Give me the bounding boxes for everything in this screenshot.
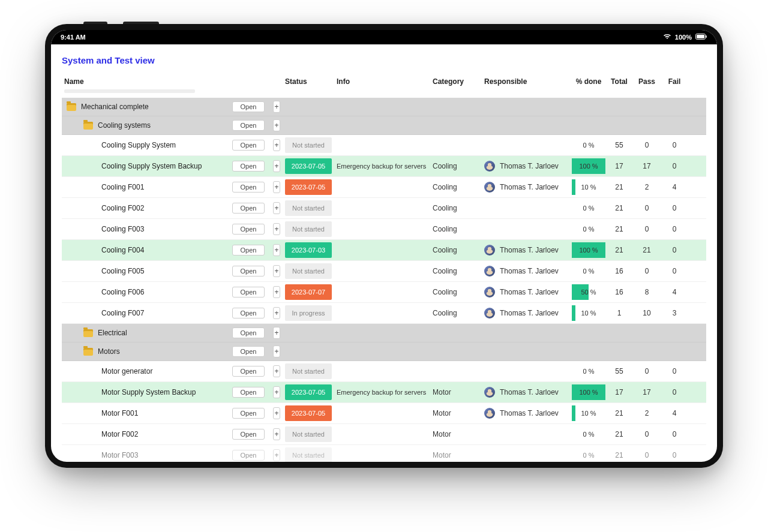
total-value: 17 bbox=[605, 386, 633, 399]
open-button[interactable]: Open bbox=[232, 408, 265, 419]
responsible: Thomas T. Jarloev bbox=[484, 387, 559, 398]
open-button[interactable]: Open bbox=[232, 182, 265, 193]
status-badge: Not started bbox=[285, 200, 332, 216]
item-name: Cooling F002 bbox=[101, 204, 144, 212]
pass-value: 17 bbox=[633, 386, 661, 399]
table-row: Motor Supply System BackupOpen+2023-07-0… bbox=[62, 382, 706, 403]
category-text: Motor bbox=[433, 388, 451, 396]
open-button[interactable]: Open bbox=[232, 308, 265, 318]
add-button[interactable]: + bbox=[273, 449, 280, 461]
done-text: 50 % bbox=[574, 288, 603, 296]
open-button[interactable]: Open bbox=[232, 366, 265, 377]
open-button[interactable]: Open bbox=[232, 245, 265, 256]
table-row: Motor F003Open+Not startedMotor0 %2100 bbox=[62, 445, 706, 462]
table-body: Mechanical completeOpen+Cooling systemsO… bbox=[62, 98, 706, 462]
status-badge: Not started bbox=[285, 363, 332, 379]
add-button[interactable]: + bbox=[273, 244, 280, 256]
add-button[interactable]: + bbox=[273, 202, 280, 214]
status-bar: 9:41 AM 100% bbox=[51, 30, 717, 44]
add-button[interactable]: + bbox=[273, 223, 280, 235]
pass-value: 0 bbox=[633, 202, 661, 215]
header-placeholder bbox=[64, 89, 195, 93]
folder-icon bbox=[67, 103, 76, 111]
responsible: Thomas T. Jarloev bbox=[484, 245, 559, 256]
item-name: Cooling F005 bbox=[101, 267, 144, 275]
add-button[interactable]: + bbox=[273, 139, 280, 151]
fail-value: 0 bbox=[661, 202, 688, 215]
open-button[interactable]: Open bbox=[232, 429, 265, 440]
open-button[interactable]: Open bbox=[232, 203, 265, 214]
add-button[interactable]: + bbox=[273, 386, 280, 398]
status-badge: Not started bbox=[285, 447, 332, 462]
done-cell: 0 % bbox=[572, 363, 605, 379]
avatar bbox=[484, 287, 495, 297]
status-time: 9:41 AM bbox=[61, 34, 86, 41]
item-name: Cooling F007 bbox=[101, 309, 144, 317]
add-button[interactable]: + bbox=[273, 265, 280, 277]
add-button[interactable]: + bbox=[273, 119, 280, 131]
open-button[interactable]: Open bbox=[232, 266, 265, 276]
item-name: Cooling F006 bbox=[101, 288, 144, 296]
battery-icon bbox=[695, 34, 707, 41]
open-button[interactable]: Open bbox=[232, 120, 265, 131]
status-badge: 2023-07-03 bbox=[285, 242, 332, 258]
open-button[interactable]: Open bbox=[232, 224, 265, 235]
done-text: 10 % bbox=[574, 309, 603, 317]
status-battery-text: 100% bbox=[675, 34, 692, 41]
responsible-name: Thomas T. Jarloev bbox=[500, 246, 559, 254]
col-pass: Pass bbox=[633, 76, 661, 87]
add-button[interactable]: + bbox=[273, 101, 280, 113]
done-text: 0 % bbox=[574, 431, 603, 438]
responsible: Thomas T. Jarloev bbox=[484, 266, 559, 276]
open-button[interactable]: Open bbox=[232, 140, 265, 151]
add-button[interactable]: + bbox=[273, 428, 280, 440]
responsible-name: Thomas T. Jarloev bbox=[500, 267, 559, 275]
done-cell: 10 % bbox=[572, 305, 605, 321]
add-button[interactable]: + bbox=[273, 407, 280, 419]
open-button[interactable]: Open bbox=[232, 287, 265, 297]
open-button[interactable]: Open bbox=[232, 346, 265, 357]
add-button[interactable]: + bbox=[273, 286, 280, 298]
add-button[interactable]: + bbox=[273, 345, 280, 357]
total-value: 1 bbox=[605, 306, 633, 320]
pass-value: 0 bbox=[633, 365, 661, 378]
pass-value: 2 bbox=[633, 181, 661, 194]
done-cell: 10 % bbox=[572, 405, 605, 421]
open-button[interactable]: Open bbox=[232, 161, 265, 172]
sheet: Name Status Info Category Responsible % … bbox=[62, 74, 706, 462]
col-total: Total bbox=[605, 76, 633, 87]
wifi-icon bbox=[663, 34, 671, 41]
add-button[interactable]: + bbox=[273, 307, 280, 319]
info-text: Emergency backup for servers bbox=[337, 389, 426, 396]
responsible: Thomas T. Jarloev bbox=[484, 287, 559, 297]
category-text: Cooling bbox=[433, 309, 457, 317]
open-button[interactable]: Open bbox=[232, 450, 265, 461]
info-text: Emergency backup for servers bbox=[337, 163, 426, 170]
table-row: Cooling Supply System BackupOpen+2023-07… bbox=[62, 156, 706, 177]
done-text: 100 % bbox=[574, 247, 603, 254]
open-button[interactable]: Open bbox=[232, 101, 265, 112]
status-badge: In progress bbox=[285, 305, 332, 321]
avatar bbox=[484, 245, 495, 256]
item-name: Cooling F001 bbox=[101, 183, 144, 191]
folder-label: Mechanical complete bbox=[81, 103, 149, 111]
item-name: Cooling Supply System bbox=[101, 141, 176, 149]
responsible: Thomas T. Jarloev bbox=[484, 308, 559, 318]
table-row: Cooling F001Open+2023-07-05CoolingThomas… bbox=[62, 177, 706, 198]
fail-value: 0 bbox=[661, 386, 688, 399]
status-badge: Not started bbox=[285, 426, 332, 442]
add-button[interactable]: + bbox=[273, 327, 280, 339]
open-button[interactable]: Open bbox=[232, 387, 265, 398]
total-value: 21 bbox=[605, 407, 633, 420]
add-button[interactable]: + bbox=[273, 160, 280, 172]
svg-rect-2 bbox=[706, 35, 707, 38]
responsible-name: Thomas T. Jarloev bbox=[500, 309, 559, 317]
add-button[interactable]: + bbox=[273, 181, 280, 193]
content-area: System and Test view Name Status Info Ca… bbox=[51, 44, 717, 462]
fail-value: 4 bbox=[661, 285, 688, 299]
col-done: % done bbox=[572, 76, 605, 87]
col-responsible: Responsible bbox=[482, 76, 572, 87]
open-button[interactable]: Open bbox=[232, 327, 265, 338]
screen: 9:41 AM 100% System and Test view Name bbox=[51, 30, 717, 462]
add-button[interactable]: + bbox=[273, 365, 280, 377]
